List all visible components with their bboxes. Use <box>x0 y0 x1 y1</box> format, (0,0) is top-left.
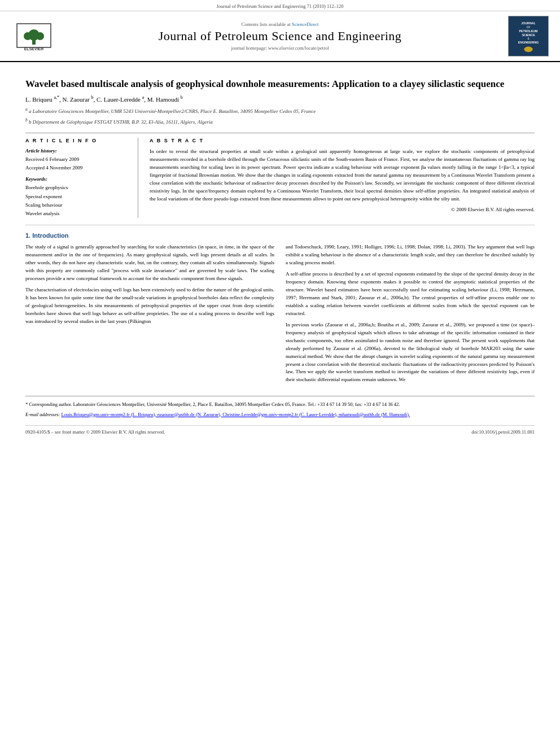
abstract-heading: A B S T R A C T <box>150 138 535 143</box>
keywords-label: Keywords: <box>25 176 129 182</box>
journal-logo-right: JOURNAL OF PETROLEUM SCIENCE & ENGINEERI… <box>504 16 549 56</box>
keywords-list: Borehole geophysics Spectral exponent Sc… <box>25 184 129 218</box>
email-links[interactable]: Louis.Briqueu@gm.univ-montp2.fr (L. Briq… <box>61 412 410 417</box>
svg-point-5 <box>36 32 44 40</box>
article-info-abstract-section: A R T I C L E I N F O Article history: R… <box>25 133 535 218</box>
corresponding-author-note: * Corresponding author. Laboratoire Géos… <box>25 401 535 408</box>
svg-text:PETROLEUM: PETROLEUM <box>519 29 538 33</box>
journal-homepage: journal homepage: www.elsevier.com/locat… <box>62 45 498 51</box>
keyword-1: Borehole geophysics <box>25 184 129 192</box>
intro-para-1: The study of a signal is generally appro… <box>25 243 274 283</box>
affiliation-b: b b Département de Géophysique FSTGAT US… <box>25 117 535 126</box>
received-date: Received 6 February 2009 <box>25 155 129 163</box>
elsevier-logo-svg: ELSEVIER <box>14 21 54 52</box>
article-title: Wavelet based multiscale analysis of geo… <box>25 77 535 91</box>
body-two-columns: The study of a signal is generally appro… <box>25 243 535 387</box>
svg-text:OF: OF <box>526 26 530 29</box>
intro-para-3: and Todoeschuck, 1990; Leary, 1991; Holl… <box>286 243 535 267</box>
affiliations: a a Laboratoire Géosciences Montpellier,… <box>25 106 535 126</box>
affiliation-a: a a Laboratoire Géosciences Montpellier,… <box>25 106 535 116</box>
journal-citation: Journal of Petroleum Science and Enginee… <box>217 3 344 9</box>
intro-para-5: In previous works (Zaourar et al., 2006a… <box>286 321 535 385</box>
keyword-2: Spectral exponent <box>25 193 129 201</box>
body-col-right: and Todoeschuck, 1990; Leary, 1991; Holl… <box>286 243 535 387</box>
bottom-bar: 0920-4105/$ – see front matter © 2009 El… <box>25 425 535 435</box>
issn-info: 0920-4105/$ – see front matter © 2009 El… <box>25 429 165 435</box>
keyword-4: Wavelet analysis <box>25 209 129 218</box>
svg-text:SCIENCE: SCIENCE <box>522 33 535 37</box>
sciencedirect-text: Contents lists available at ScienceDirec… <box>62 21 498 27</box>
svg-point-14 <box>524 47 532 53</box>
intro-para-4: A self-affine process is described by a … <box>286 270 535 318</box>
abstract-column: A B S T R A C T In order to reveal the s… <box>150 138 535 218</box>
email-note: E-mail addresses: Louis.Briqueu@gm.univ-… <box>25 411 535 418</box>
journal-title-block: Contents lists available at ScienceDirec… <box>56 21 504 51</box>
article-history-label: Article history: <box>25 148 129 154</box>
email-label: E-mail addresses: <box>25 412 60 417</box>
article-history-dates: Received 6 February 2009 Accepted 4 Nove… <box>25 155 129 172</box>
keyword-3: Scaling behaviour <box>25 201 129 209</box>
svg-text:ELSEVIER: ELSEVIER <box>24 47 44 51</box>
sciencedirect-link[interactable]: ScienceDirect <box>292 21 319 27</box>
article-info-heading: A R T I C L E I N F O <box>25 138 129 143</box>
authors-line: L. Briqueu a,*, N. Zaourar b, C. Lauer-L… <box>25 95 535 103</box>
journal-logo-box: JOURNAL OF PETROLEUM SCIENCE & ENGINEERI… <box>508 16 549 56</box>
body-col-left: The study of a signal is generally appro… <box>25 243 274 387</box>
section-1-heading: 1. Introduction <box>25 232 535 239</box>
article-info-column: A R T I C L E I N F O Article history: R… <box>25 138 138 218</box>
elsevier-logo: ELSEVIER <box>11 21 56 52</box>
page-wrapper: Journal of Petroleum Science and Enginee… <box>0 0 560 747</box>
svg-text:ENGINEERING: ENGINEERING <box>518 41 539 44</box>
svg-text:JOURNAL: JOURNAL <box>521 21 536 25</box>
svg-point-4 <box>24 32 32 40</box>
journal-main-title: Journal of Petroleum Science and Enginee… <box>62 29 498 43</box>
section-1-title: 1. Introduction <box>25 232 68 239</box>
intro-para-2: The characterisation of electrofacies us… <box>25 286 274 326</box>
abstract-text: In order to reveal the structural proper… <box>150 148 535 203</box>
journal-header: ELSEVIER Contents lists available at Sci… <box>0 11 560 62</box>
main-content: Wavelet based multiscale analysis of geo… <box>0 62 560 443</box>
journal-top-bar: Journal of Petroleum Science and Enginee… <box>0 0 560 11</box>
footnotes-area: * Corresponding author. Laboratoire Géos… <box>25 396 535 418</box>
copyright-line: © 2009 Elsevier B.V. All rights reserved… <box>150 207 535 212</box>
section-divider <box>25 225 535 225</box>
authors-text: L. Briqueu a,*, N. Zaourar b, C. Lauer-L… <box>25 96 183 103</box>
doi-info: doi:10.1016/j.petrol.2009.11.001 <box>471 429 535 435</box>
accepted-date: Accepted 4 November 2009 <box>25 164 129 172</box>
